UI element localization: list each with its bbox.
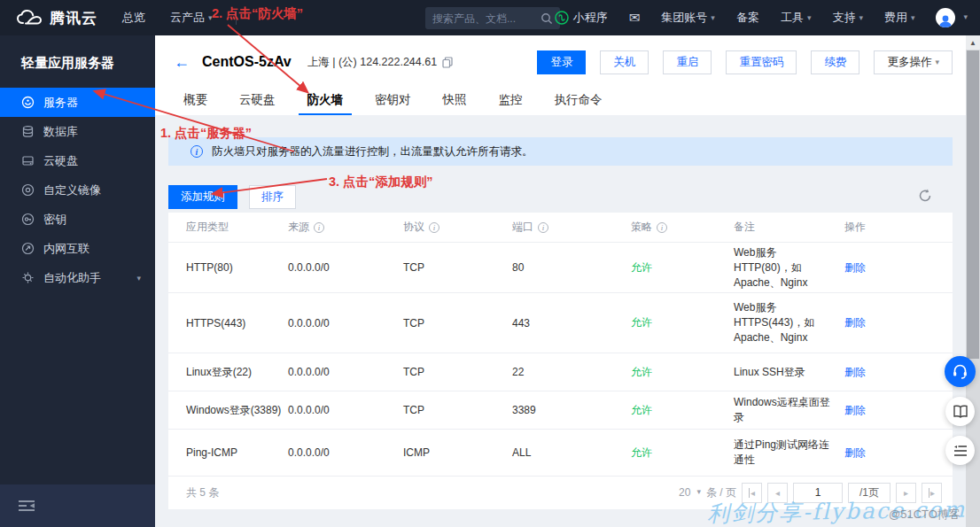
chevron-down-icon: ▾: [911, 13, 915, 22]
instance-tabs: 概要 云硬盘 防火墙 密钥对 快照 监控 执行命令: [155, 89, 626, 115]
sidebar-title: 轻量应用服务器: [0, 35, 155, 88]
tab-execute-command[interactable]: 执行命令: [546, 89, 611, 115]
chevron-down-icon: ▾: [859, 13, 863, 22]
total-pages-label: /1页: [848, 483, 891, 503]
tab-cloud-disk[interactable]: 云硬盘: [230, 89, 284, 115]
tencent-cloud-console: 腾讯云 总览 云产品▾ 小程序 ✉ 集团账号▾ 备案 工具▾ 支持▾: [0, 0, 980, 527]
chevron-down-icon: ▾: [807, 13, 812, 22]
instance-title: CentOS-5zAv: [202, 54, 292, 70]
more-actions-button[interactable]: 更多操作▾: [874, 50, 953, 74]
page-size-select[interactable]: 20 ▾: [679, 486, 701, 499]
collapse-sidebar-icon[interactable]: [18, 500, 35, 512]
annotation-step2: 2. 点击“防火墙”: [212, 5, 303, 22]
delete-rule-link[interactable]: 删除: [844, 366, 866, 378]
firewall-rules-table: 应用类型 来源i 协议i 端口i 策略i 备注 操作 HTTP(80) 0.0.…: [168, 213, 953, 509]
page-header: ← CentOS-5zAv 上海 | (公) 124.222.244.61 登录…: [155, 35, 966, 115]
sidebar-item-private-network[interactable]: 内网互联: [0, 234, 155, 263]
current-page-input[interactable]: 1: [793, 483, 843, 503]
support-chat-button[interactable]: [945, 356, 976, 387]
sidebar: 轻量应用服务器 服务器 数据库 云硬盘: [0, 35, 155, 527]
search-box[interactable]: [425, 7, 560, 29]
sidebar-item-key[interactable]: 密钥: [0, 205, 155, 234]
chevron-down-icon: ▾: [136, 274, 141, 283]
col-action: 操作: [844, 220, 935, 235]
docs-button[interactable]: [945, 397, 975, 426]
col-source: 来源i: [288, 220, 403, 235]
sidebar-item-automation-assistant[interactable]: 自动化助手 ▾: [0, 263, 155, 292]
delete-rule-link[interactable]: 删除: [844, 261, 866, 274]
annotation-step3: 3. 点击“添加规则”: [329, 174, 433, 190]
logo-text: 腾讯云: [50, 8, 97, 28]
headset-icon: [952, 363, 968, 380]
image-icon: [21, 183, 35, 197]
sidebar-item-server[interactable]: 服务器: [0, 88, 155, 117]
table-row: HTTPS(443) 0.0.0.0/0 TCP 443 允许 Web服务HTT…: [168, 292, 953, 353]
copy-icon[interactable]: [442, 57, 453, 68]
sidebar-item-custom-image[interactable]: 自定义镜像: [0, 175, 155, 205]
main-content: ← CentOS-5zAv 上海 | (公) 124.222.244.61 登录…: [155, 35, 966, 527]
sidebar-item-database[interactable]: 数据库: [0, 117, 155, 146]
renew-button[interactable]: 续费: [811, 50, 859, 74]
scroll-up-icon[interactable]: ▲: [966, 35, 980, 50]
info-icon[interactable]: i: [429, 222, 439, 233]
message-envelope-icon[interactable]: ✉: [629, 10, 641, 26]
col-policy: 策略i: [631, 220, 734, 235]
prev-page-button[interactable]: ◂: [767, 483, 788, 503]
tab-snapshot[interactable]: 快照: [434, 89, 476, 115]
nav-tools[interactable]: 工具▾: [781, 10, 812, 26]
account-menu[interactable]: ▾: [936, 8, 968, 27]
nav-support[interactable]: 支持▾: [832, 10, 863, 26]
network-icon: [21, 242, 35, 255]
feedback-list-button[interactable]: [945, 436, 975, 465]
next-page-button[interactable]: ▸: [896, 483, 916, 503]
nav-icp[interactable]: 备案: [736, 10, 759, 26]
cloud-logo-icon: [16, 9, 43, 27]
restart-button[interactable]: 重启: [663, 50, 712, 74]
tab-overview[interactable]: 概要: [175, 89, 216, 115]
avatar: [936, 8, 955, 27]
login-button[interactable]: 登录: [537, 50, 586, 74]
per-page-label: 条 / 页: [706, 485, 736, 500]
floating-helpers: [945, 356, 976, 465]
tab-key-pair[interactable]: 密钥对: [366, 89, 420, 115]
last-page-button[interactable]: ▸: [922, 483, 942, 503]
tab-firewall[interactable]: 防火墙: [299, 89, 353, 115]
info-icon[interactable]: i: [314, 222, 324, 233]
navbar-right: 小程序 ✉ 集团账号▾ 备案 工具▾ 支持▾ 费用▾ ▾: [555, 0, 968, 35]
table-header-row: 应用类型 来源i 协议i 端口i 策略i 备注 操作: [168, 213, 953, 242]
sort-button[interactable]: 排序: [249, 185, 296, 209]
list-icon: [953, 445, 968, 457]
back-arrow-icon[interactable]: ←: [174, 53, 190, 72]
col-protocol: 协议i: [403, 220, 512, 235]
nav-billing[interactable]: 费用▾: [884, 10, 915, 26]
reset-password-button[interactable]: 重置密码: [726, 50, 797, 74]
sidebar-item-cloud-disk[interactable]: 云硬盘: [0, 146, 155, 175]
nav-mini-program[interactable]: 小程序: [555, 10, 608, 26]
table-row: Ping-ICMP 0.0.0.0/0 ICMP ALL 允许 通过Ping测试…: [168, 429, 953, 476]
nav-overview[interactable]: 总览: [122, 10, 145, 26]
first-page-button[interactable]: ◂: [742, 483, 762, 503]
info-icon[interactable]: i: [657, 222, 667, 233]
add-rule-button[interactable]: 添加规则: [168, 185, 237, 209]
delete-rule-link[interactable]: 删除: [844, 316, 866, 329]
refresh-icon[interactable]: [917, 188, 933, 204]
delete-rule-link[interactable]: 删除: [844, 404, 866, 416]
tab-monitor[interactable]: 监控: [490, 89, 532, 115]
chevron-down-icon: ▾: [963, 12, 968, 21]
search-icon: [541, 12, 553, 25]
nav-products[interactable]: 云产品▾: [170, 10, 213, 26]
scrollbar-thumb[interactable]: [967, 50, 979, 359]
instance-location-ip: 上海 | (公) 124.222.244.61: [307, 55, 437, 70]
mini-program-icon: [555, 11, 569, 25]
tencent-cloud-logo[interactable]: 腾讯云: [16, 8, 97, 28]
search-input[interactable]: [432, 12, 541, 25]
nav-group-account[interactable]: 集团账号▾: [661, 10, 715, 26]
annotation-step1: 1. 点击“服务器”: [160, 125, 252, 142]
info-icon[interactable]: i: [538, 222, 548, 233]
total-count: 共 5 条: [186, 485, 219, 500]
top-navbar: 腾讯云 总览 云产品▾ 小程序 ✉ 集团账号▾ 备案 工具▾ 支持▾: [0, 0, 980, 35]
assistant-icon: [21, 271, 35, 284]
table-row: Windows登录(3389) 0.0.0.0/0 TCP 3389 允许 Wi…: [168, 391, 953, 429]
delete-rule-link[interactable]: 删除: [844, 446, 866, 459]
shutdown-button[interactable]: 关机: [600, 50, 649, 74]
